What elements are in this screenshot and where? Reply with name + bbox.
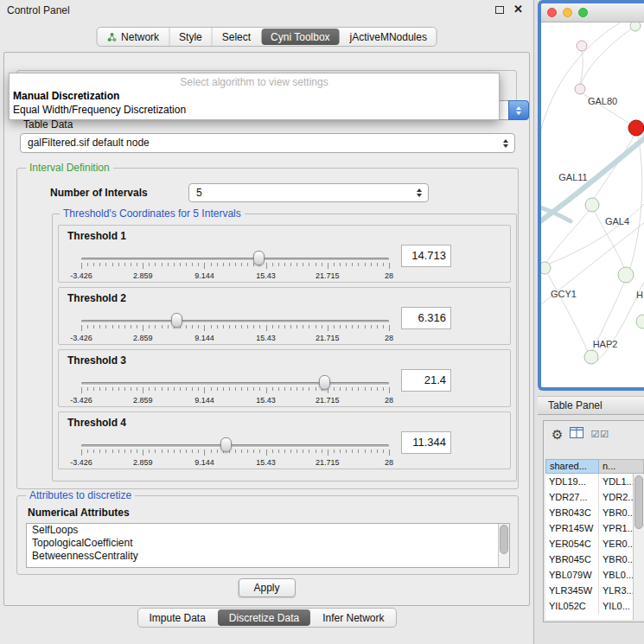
threshold-value-field[interactable]: 11.344 xyxy=(401,431,451,454)
checkbox-icons[interactable]: ☑☑ xyxy=(590,429,609,440)
tick-mark xyxy=(290,325,291,328)
tick-mark xyxy=(296,325,297,328)
close-traffic-light[interactable] xyxy=(547,8,557,17)
list-item[interactable]: TopologicalCoefficient xyxy=(27,537,509,550)
network-node-label: HAP2 xyxy=(593,339,618,349)
bottom-tab-infer-network[interactable]: Infer Network xyxy=(311,609,395,627)
slider-handle[interactable] xyxy=(171,313,182,328)
threshold-value-field[interactable]: 6.316 xyxy=(401,307,451,329)
column-header[interactable]: n... xyxy=(599,459,644,474)
tick-mark xyxy=(223,263,224,266)
threshold-slider[interactable]: -3.4262.8599.14415.4321.71528 xyxy=(76,248,394,283)
network-node[interactable] xyxy=(630,22,641,31)
tick-mark xyxy=(112,263,113,266)
threshold-label: Threshold 1 xyxy=(67,230,126,242)
bottom-tab-discretize-data[interactable]: Discretize Data xyxy=(218,609,310,626)
threshold-slider[interactable]: -3.4262.8599.14415.4321.71528 xyxy=(76,373,394,407)
column-header[interactable]: shared... xyxy=(545,459,599,474)
bottom-tab-impute-data[interactable]: Impute Data xyxy=(137,609,216,627)
tick-mark xyxy=(358,387,359,391)
table-row[interactable]: YIL052CYIL0... xyxy=(545,598,633,614)
list-scrollbar[interactable] xyxy=(498,524,509,567)
table-row[interactable]: YLR345WYLR3... xyxy=(545,583,633,598)
tick-mark xyxy=(334,387,335,391)
tick-mark xyxy=(303,263,303,266)
scale-label: 15.43 xyxy=(256,334,276,342)
tick-mark xyxy=(346,263,347,266)
apply-button[interactable]: Apply xyxy=(238,578,295,597)
numerical-attributes-list[interactable]: SelfLoopsTopologicalCoefficientBetweenne… xyxy=(26,523,510,568)
slider-scale: -3.4262.8599.14415.4321.71528 xyxy=(81,458,389,467)
table-row[interactable]: YER054CYER0... xyxy=(545,536,633,552)
threshold-value-field[interactable]: 14.713 xyxy=(401,245,451,267)
table-row[interactable]: YBR045CYBR0... xyxy=(545,552,633,567)
scale-label: 2.859 xyxy=(133,334,153,342)
tab-jactivemnodules[interactable]: jActiveMNodules xyxy=(341,28,437,46)
table-cell: YIL0... xyxy=(599,598,633,614)
tick-mark xyxy=(93,263,94,266)
list-item[interactable]: SelfLoops xyxy=(27,524,509,537)
close-icon[interactable]: ✕ xyxy=(513,4,523,15)
table-row[interactable]: YPR145WYPR1... xyxy=(545,520,633,536)
slider-track xyxy=(81,258,389,260)
tick-mark xyxy=(105,263,106,266)
combo-arrows-icon xyxy=(508,100,529,120)
tab-network[interactable]: Network xyxy=(97,28,169,46)
table-header: shared...n... xyxy=(545,459,644,474)
dropdown-option-manual-discretization[interactable]: Manual Discretization xyxy=(10,89,499,103)
tick-mark xyxy=(105,325,106,328)
table-cell: YDL1... xyxy=(599,474,633,489)
table-scrollbar-thumb[interactable] xyxy=(634,475,643,529)
slider-handle[interactable] xyxy=(253,251,265,265)
slider-handle[interactable] xyxy=(220,437,232,452)
network-node[interactable] xyxy=(541,262,551,274)
tick-mark xyxy=(217,263,218,266)
number-of-intervals-select[interactable]: 5 xyxy=(188,183,429,202)
tick-mark xyxy=(266,450,267,456)
network-node[interactable] xyxy=(618,267,634,283)
table-row[interactable]: YDR27...YDR2... xyxy=(545,489,633,505)
network-node[interactable] xyxy=(577,41,587,51)
network-graph[interactable]: GAL80GAL11GAL4GCY1HAP2H xyxy=(541,22,644,391)
tab-select[interactable]: Select xyxy=(212,28,260,46)
tick-mark xyxy=(241,325,242,328)
threshold-slider[interactable]: -3.4262.8599.14415.4321.71528 xyxy=(76,435,394,469)
table-row[interactable]: YBL079WYBL0... xyxy=(545,567,633,583)
tick-mark xyxy=(371,325,372,328)
table-scrollbar[interactable] xyxy=(633,474,644,620)
network-node[interactable] xyxy=(585,198,599,212)
tick-mark xyxy=(118,387,119,391)
list-item[interactable]: BetweennessCentrality xyxy=(27,550,509,563)
table-data-select[interactable]: galFiltered.sif default node xyxy=(20,133,515,153)
network-node[interactable] xyxy=(575,84,585,94)
slider-handle[interactable] xyxy=(319,375,330,390)
scale-label: 15.43 xyxy=(256,271,276,280)
threshold-slider[interactable]: -3.4262.8599.14415.4321.71528 xyxy=(76,310,394,345)
tick-mark xyxy=(87,450,88,453)
list-scrollbar-thumb[interactable] xyxy=(500,525,508,554)
tick-mark xyxy=(328,263,328,269)
minimize-traffic-light[interactable] xyxy=(563,8,572,17)
tick-mark xyxy=(204,263,205,269)
tick-mark xyxy=(124,263,125,266)
tick-mark xyxy=(124,387,125,391)
threshold-value-field[interactable]: 21.4 xyxy=(401,369,451,392)
tick-mark xyxy=(198,387,199,391)
table-row[interactable]: YBR043CYBR0... xyxy=(545,505,633,520)
tick-mark xyxy=(93,387,94,391)
tick-mark xyxy=(155,263,156,266)
thresholds-container: Threshold's Coordinates for 5 Intervals … xyxy=(52,214,517,481)
columns-icon[interactable] xyxy=(570,426,583,442)
tab-cyni-toolbox[interactable]: Cyni Toolbox xyxy=(261,29,339,45)
table-row[interactable]: YDL19...YDL1... xyxy=(545,474,633,489)
gear-icon[interactable]: ⚙ xyxy=(552,428,563,441)
zoom-traffic-light[interactable] xyxy=(578,8,588,17)
network-node[interactable] xyxy=(628,120,644,136)
network-node[interactable] xyxy=(584,350,598,364)
tab-style[interactable]: Style xyxy=(169,28,212,46)
tick-mark xyxy=(296,450,297,453)
float-window-icon[interactable] xyxy=(495,6,504,14)
network-canvas[interactable]: GAL80GAL11GAL4GCY1HAP2H xyxy=(541,22,644,391)
dropdown-option-equal-width-frequency[interactable]: Equal Width/Frequency Discretization xyxy=(10,103,499,117)
network-node[interactable] xyxy=(636,315,644,328)
